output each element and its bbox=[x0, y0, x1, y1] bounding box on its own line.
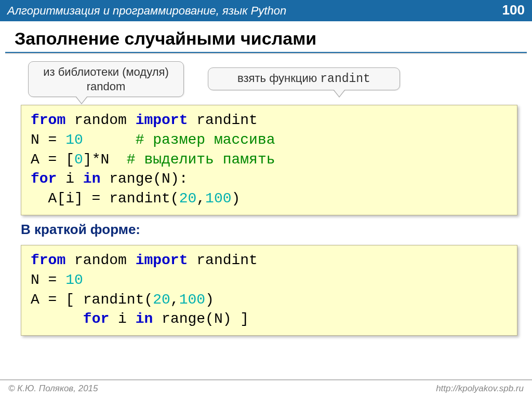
callout-left-line2: random bbox=[87, 80, 126, 93]
code-text: i bbox=[109, 311, 135, 327]
kw-import: import bbox=[136, 112, 188, 128]
num-literal: 100 bbox=[179, 292, 205, 308]
num-literal: 10 bbox=[65, 272, 83, 288]
kw-for: for bbox=[83, 311, 109, 327]
code-text: ) bbox=[205, 292, 223, 308]
callout-left-line1: из библиотеки (модуля) bbox=[43, 65, 169, 78]
code-text: A[i] = randint( bbox=[31, 190, 179, 207]
num-literal: 100 bbox=[205, 190, 231, 207]
slide-header: Алгоритмизация и программирование, язык … bbox=[0, 0, 532, 21]
code-text: i bbox=[57, 171, 83, 187]
callout-right-text: взять функцию bbox=[237, 72, 320, 85]
kw-import: import bbox=[136, 252, 188, 268]
code-text: , bbox=[170, 292, 179, 308]
title-rule bbox=[5, 52, 527, 54]
code-text bbox=[83, 132, 136, 148]
code-text: randint bbox=[188, 112, 257, 128]
callout-left: из библиотеки (модуля) random bbox=[28, 61, 184, 97]
code-text: randint bbox=[188, 252, 257, 268]
code-text: random bbox=[65, 112, 135, 128]
footer-url: http://kpolyakov.spb.ru bbox=[436, 383, 524, 394]
num-literal: 20 bbox=[153, 292, 170, 308]
kw-from: from bbox=[31, 112, 65, 128]
code-block-1: from random import randint N = 10 # разм… bbox=[21, 105, 517, 215]
num-literal: 10 bbox=[65, 132, 83, 148]
code-text: ]*N bbox=[83, 152, 127, 168]
code-text: range(N) ] bbox=[153, 311, 249, 327]
num-literal: 0 bbox=[74, 152, 83, 168]
code-text: range(N): bbox=[100, 171, 188, 187]
comment: # выделить память bbox=[127, 152, 275, 168]
comment: # размер массива bbox=[136, 132, 275, 148]
num-literal: 20 bbox=[179, 190, 197, 207]
code-text: random bbox=[65, 252, 135, 268]
page-number: 100 bbox=[502, 2, 525, 18]
code-block-2: from random import randint N = 10 A = [ … bbox=[21, 245, 517, 336]
callout-right-code: randint bbox=[320, 72, 370, 86]
code-text: N = bbox=[31, 132, 65, 148]
footer-copyright: © К.Ю. Поляков, 2015 bbox=[8, 383, 98, 394]
code-text: N = bbox=[31, 272, 65, 288]
kw-in: in bbox=[83, 171, 101, 187]
code-text: A = [ randint( bbox=[31, 292, 153, 308]
callouts: из библиотеки (модуля) random взять функ… bbox=[0, 61, 532, 98]
slide: Алгоритмизация и программирование, язык … bbox=[0, 0, 532, 398]
header-title: Алгоритмизация и программирование, язык … bbox=[7, 4, 286, 18]
code-text: , bbox=[196, 190, 205, 207]
subheading: В краткой форме: bbox=[21, 222, 532, 238]
code-text bbox=[31, 311, 83, 327]
slide-title: Заполнение случайными числами bbox=[0, 21, 532, 52]
code-text: A = [ bbox=[31, 152, 74, 168]
callout-right: взять функцию randint bbox=[208, 67, 400, 90]
kw-for: for bbox=[31, 171, 57, 187]
slide-footer: © К.Ю. Поляков, 2015 http://kpolyakov.sp… bbox=[0, 379, 532, 398]
kw-in: in bbox=[136, 311, 153, 327]
kw-from: from bbox=[31, 252, 65, 268]
code-text: ) bbox=[232, 190, 241, 207]
